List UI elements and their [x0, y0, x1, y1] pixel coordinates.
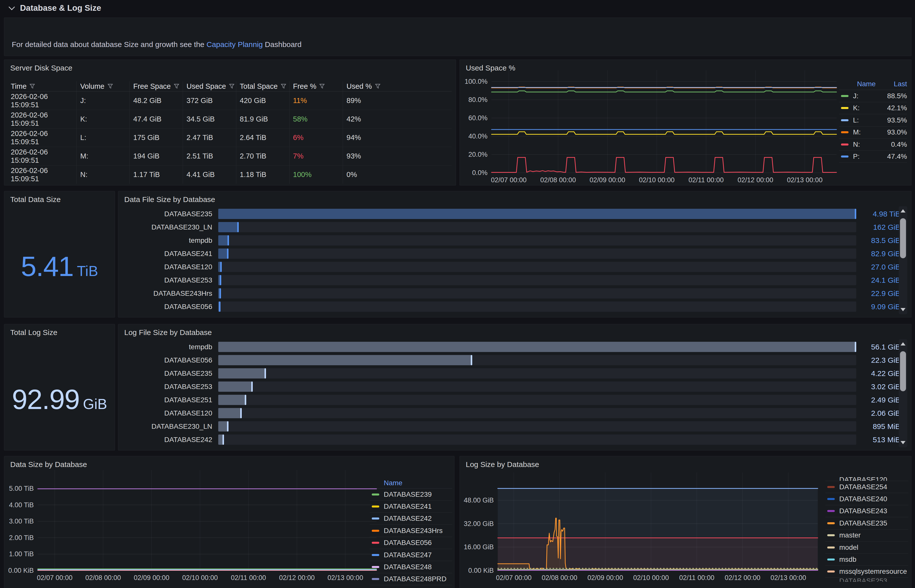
bar-label: tempdb [124, 236, 212, 244]
series-swatch [372, 506, 379, 507]
bar-label: DATABASE242 [124, 436, 212, 444]
column-header[interactable]: Free % [289, 81, 343, 91]
legend-item[interactable]: P:47.4% [839, 151, 907, 163]
legend-item[interactable]: DATABASE056 [370, 537, 452, 549]
filter-icon[interactable] [319, 84, 325, 89]
legend-last-header[interactable]: Last [894, 80, 907, 88]
legend-item[interactable]: DATABASE239 [370, 488, 452, 501]
legend-name: L: [853, 116, 887, 124]
legend-item[interactable]: DATABASE243 [825, 505, 908, 517]
info-text-after: Dashboard [263, 40, 302, 48]
section-title[interactable]: Database & Log Size [20, 3, 101, 13]
legend-item[interactable]: DATABASE241 [370, 501, 452, 512]
scroll-up-icon[interactable] [900, 342, 905, 346]
legend-item[interactable]: DATABASE120 [825, 472, 908, 481]
table-cell: 11% [289, 92, 343, 110]
column-header[interactable]: Total Space [236, 81, 289, 91]
bar-label: DATABASE230_LN [124, 223, 212, 231]
legend-item[interactable]: DATABASE253 [825, 578, 908, 582]
legend-item[interactable]: N:0.4% [839, 139, 907, 151]
scrollbar[interactable] [899, 206, 907, 314]
panel-title-total-data-size[interactable]: Total Data Size [10, 195, 61, 204]
legend-item[interactable]: L:93.5% [839, 114, 907, 126]
column-header[interactable]: Used Space [183, 81, 236, 91]
panel-title-data-size-by-database[interactable]: Data Size by Database [10, 460, 87, 469]
legend-last-value: 47.4% [887, 152, 907, 160]
legend-item[interactable]: master [825, 530, 908, 541]
bar-label: DATABASE243Hrs [124, 289, 212, 297]
column-header[interactable]: Used % [343, 81, 452, 91]
filter-icon[interactable] [174, 84, 179, 89]
legend-item[interactable]: DATABASE240 [825, 493, 908, 505]
series-swatch [827, 522, 835, 524]
panel-title-used-space[interactable]: Used Space % [466, 64, 515, 72]
legend-header: Name Last [839, 78, 907, 90]
bar-gauge-row: DATABASE230_LN895 MiB [124, 420, 905, 433]
bar-edge [251, 381, 253, 392]
bar-fill [218, 302, 221, 312]
bar-fill [218, 381, 253, 392]
bar-label: DATABASE241 [124, 250, 212, 258]
panel-title-total-log-size[interactable]: Total Log Size [10, 328, 57, 337]
column-header[interactable]: Free Space [129, 81, 183, 91]
bar-fill [218, 249, 229, 259]
log-size-by-database-panel: Log Size by Database 0.00 KiB16.00 GiB32… [460, 456, 912, 588]
panel-title-log-file-size[interactable]: Log File Size by Database [124, 328, 212, 337]
filter-icon[interactable] [29, 84, 35, 89]
capacity-planning-link[interactable]: Capacity Plannig [207, 40, 263, 48]
legend-item[interactable]: J:88.5% [839, 90, 907, 102]
scrollbar-thumb[interactable] [900, 351, 906, 391]
total-data-size-value: 5.41TiB [4, 250, 115, 283]
table-cell: 2.70 TiB [236, 147, 289, 165]
bar-track [218, 235, 856, 246]
row-header[interactable]: Database & Log Size [0, 0, 101, 16]
filter-icon[interactable] [108, 84, 113, 89]
bar-value: 24.1 GiB [854, 276, 900, 284]
bar-gauge-row: DATABASE242513 MiB [124, 433, 905, 446]
scroll-down-icon[interactable] [900, 308, 905, 311]
scroll-down-icon[interactable] [900, 441, 905, 444]
legend-item[interactable]: DATABASE235 [825, 517, 908, 529]
table-cell: 93% [343, 147, 452, 165]
bar-label: DATABASE120 [124, 263, 212, 271]
legend-item[interactable]: DATABASE248PRD [370, 573, 452, 585]
x-axis-tick: 02/10 00:00 [182, 574, 218, 582]
table-cell: 89% [343, 92, 452, 110]
scroll-up-icon[interactable] [900, 209, 905, 213]
legend-item[interactable]: K:42.1% [839, 102, 907, 115]
panel-title-server-disk-space[interactable]: Server Disk Space [10, 64, 72, 72]
filter-icon[interactable] [229, 84, 234, 89]
legend-name-header[interactable]: Name [857, 80, 876, 88]
server-disk-space-panel: Server Disk Space TimeVolumeFree SpaceUs… [4, 60, 456, 186]
legend-item[interactable]: M:93.0% [839, 126, 907, 139]
panel-title-data-file-size[interactable]: Data File Size by Database [124, 195, 215, 204]
legend-name-header[interactable]: Name [370, 478, 452, 488]
column-header[interactable]: Time [11, 81, 76, 91]
table-cell: 175 GiB [129, 129, 183, 147]
legend-item[interactable]: DATABASE243Hrs [370, 525, 452, 537]
bar-edge [227, 421, 229, 431]
column-header[interactable]: Volume [76, 81, 129, 91]
scrollbar[interactable] [899, 339, 907, 447]
y-axis-tick: 32.00 GiB [460, 520, 494, 528]
y-axis-tick: 16.00 GiB [460, 543, 494, 551]
bar-value: 27.0 GiB [854, 263, 900, 271]
chevron-down-icon[interactable] [8, 4, 15, 10]
legend-item[interactable]: msdb [825, 554, 908, 565]
filter-icon[interactable] [375, 84, 381, 89]
legend-name: DATABASE235 [839, 519, 908, 527]
table-row: 2026-02-06 15:09:51K:47.4 GiB34.5 GiB81.… [11, 110, 452, 129]
legend-item[interactable]: model [825, 541, 908, 554]
table-cell: 372 GiB [183, 92, 236, 110]
series-swatch [372, 493, 379, 496]
y-axis-tick: 0.00 KiB [4, 567, 34, 575]
filter-icon[interactable] [281, 84, 286, 89]
panel-title-log-size-by-database[interactable]: Log Size by Database [466, 460, 539, 469]
legend-item[interactable]: DATABASE254 [825, 481, 908, 493]
legend-item[interactable]: mssqlsystemresource [825, 566, 908, 578]
legend-item[interactable]: DATABASE242 [370, 513, 452, 525]
legend-item[interactable]: DATABASE247 [370, 549, 452, 561]
legend-item[interactable]: DATABASE248 [370, 561, 452, 573]
legend-name: J: [853, 92, 887, 100]
scrollbar-thumb[interactable] [900, 218, 906, 258]
